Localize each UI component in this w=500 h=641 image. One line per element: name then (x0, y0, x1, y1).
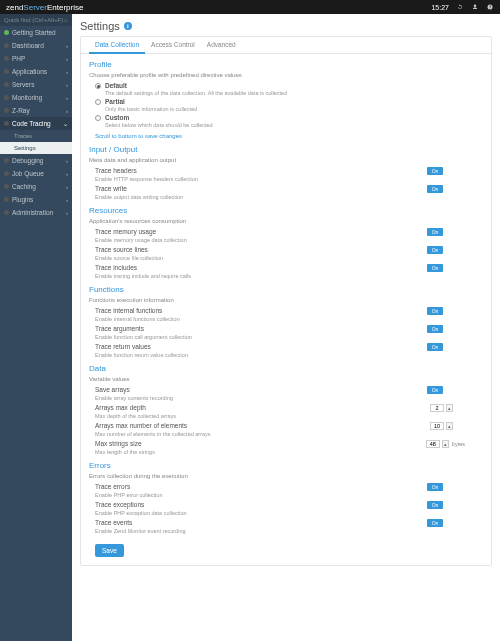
trace-return-desc: Enable function return value collection (95, 352, 483, 358)
trace-arguments-toggle[interactable]: On (427, 325, 443, 333)
trace-errors-label: Trace errors (95, 483, 427, 490)
trace-events-toggle[interactable]: On (427, 519, 443, 527)
arrays-max-input[interactable] (430, 422, 444, 430)
trace-includes-toggle[interactable]: On (427, 264, 443, 272)
save-arrays-toggle[interactable]: On (427, 386, 443, 394)
radio-custom[interactable] (95, 115, 101, 121)
tab-access-control[interactable]: Access Control (145, 37, 201, 53)
section-data-title: Data (89, 364, 483, 373)
section-resources-sub: Application's resources consumption (89, 218, 483, 224)
trace-headers-toggle[interactable]: On (427, 167, 443, 175)
info-icon[interactable]: i (124, 22, 132, 30)
trace-write-desc: Enable output data writing collection (95, 194, 483, 200)
zray-icon (4, 108, 9, 113)
trace-headers-label: Trace headers (95, 167, 427, 174)
sidebar-item-servers[interactable]: Servers› (0, 78, 72, 91)
user-icon[interactable] (470, 3, 479, 12)
scroll-to-save-link[interactable]: Scroll to bottom to save changes (95, 133, 182, 139)
arrays-depth-desc: Max depth of the collected arrays (95, 413, 483, 419)
sidebar-sub-traces[interactable]: Traces (0, 130, 72, 142)
tab-advanced[interactable]: Advanced (201, 37, 242, 53)
sidebar-item-applications[interactable]: Applications› (0, 65, 72, 78)
section-io-sub: Meta data and application output (89, 157, 483, 163)
search-icon: ⌕ (64, 17, 68, 23)
sidebar-item-php[interactable]: PHP› (0, 52, 72, 65)
chevron-right-icon: › (66, 56, 68, 62)
tabs: Data Collection Access Control Advanced (81, 37, 491, 54)
radio-custom-desc: Select below which data should be collec… (105, 122, 483, 128)
save-arrays-desc: Enable array contents recording (95, 395, 483, 401)
sidebar-item-code-tracing[interactable]: Code Tracing⌄ (0, 117, 72, 130)
radio-default-label: Default (105, 82, 127, 89)
trace-write-toggle[interactable]: On (427, 185, 443, 193)
arrays-max-stepper[interactable]: ▴ (446, 422, 453, 430)
save-arrays-label: Save arrays (95, 386, 427, 393)
sidebar-item-caching[interactable]: Caching› (0, 180, 72, 193)
sidebar-item-getting-started[interactable]: Getting Started (0, 26, 72, 39)
monitoring-icon (4, 95, 9, 100)
cache-icon (4, 184, 9, 189)
page-title: Settings i (80, 20, 492, 32)
arrays-depth-stepper[interactable]: ▴ (446, 404, 453, 412)
trace-memory-toggle[interactable]: On (427, 228, 443, 236)
radio-default-desc: The default settings of the data collect… (105, 90, 483, 96)
arrays-depth-label: Arrays max depth (95, 404, 430, 411)
chevron-right-icon: › (66, 210, 68, 216)
trace-events-desc: Enable Zend Monitor event recording (95, 528, 483, 534)
sidebar-item-plugins[interactable]: Plugins› (0, 193, 72, 206)
brand: zendServerEnterprise (6, 3, 83, 12)
max-strings-label: Max strings size (95, 440, 426, 447)
php-icon (4, 56, 9, 61)
trace-source-label: Trace source lines (95, 246, 427, 253)
trace-includes-desc: Enable tracing include and require calls (95, 273, 483, 279)
sidebar-item-administration[interactable]: Administration› (0, 206, 72, 219)
quick-find-input[interactable]: Quick find (Ctrl+Alt+F) ⌕ (0, 14, 72, 26)
trace-memory-desc: Enable memory usage data collection (95, 237, 483, 243)
clock-time: 15:27 (431, 4, 449, 11)
save-button[interactable]: Save (95, 544, 124, 557)
radio-custom-label: Custom (105, 114, 129, 121)
max-strings-input[interactable] (426, 440, 440, 448)
sidebar-sub-settings[interactable]: Settings (0, 142, 72, 154)
apps-icon (4, 69, 9, 74)
trace-source-toggle[interactable]: On (427, 246, 443, 254)
refresh-icon[interactable] (455, 3, 464, 12)
topbar: zendServerEnterprise 15:27 (0, 0, 500, 14)
max-strings-desc: Max length of the strings (95, 449, 483, 455)
trace-arguments-label: Trace arguments (95, 325, 427, 332)
trace-source-desc: Enable source file collection (95, 255, 483, 261)
trace-return-toggle[interactable]: On (427, 343, 443, 351)
arrays-depth-input[interactable] (430, 404, 444, 412)
max-strings-stepper[interactable]: ▴ (442, 440, 449, 448)
chevron-right-icon: › (66, 69, 68, 75)
trace-exceptions-label: Trace exceptions (95, 501, 427, 508)
sidebar-item-dashboard[interactable]: Dashboard› (0, 39, 72, 52)
chevron-right-icon: › (66, 95, 68, 101)
tab-data-collection[interactable]: Data Collection (89, 37, 145, 54)
help-icon[interactable] (485, 3, 494, 12)
section-io-title: Input / Output (89, 145, 483, 154)
admin-icon (4, 210, 9, 215)
trace-errors-toggle[interactable]: On (427, 483, 443, 491)
section-errors-sub: Errors collection during the execution (89, 473, 483, 479)
trace-headers-desc: Enable HTTP response headers collection (95, 176, 483, 182)
sidebar-item-zray[interactable]: Z-Ray› (0, 104, 72, 117)
chevron-right-icon: › (66, 171, 68, 177)
trace-events-label: Trace events (95, 519, 427, 526)
trace-internal-toggle[interactable]: On (427, 307, 443, 315)
main-content: Settings i Data Collection Access Contro… (72, 14, 500, 641)
chevron-right-icon: › (66, 184, 68, 190)
arrays-max-label: Arrays max number of elements (95, 422, 430, 429)
sidebar-item-debugging[interactable]: Debugging› (0, 154, 72, 167)
radio-default[interactable] (95, 83, 101, 89)
sidebar-item-monitoring[interactable]: Monitoring› (0, 91, 72, 104)
debug-icon (4, 158, 9, 163)
trace-errors-desc: Enable PHP error collection (95, 492, 483, 498)
trace-exceptions-toggle[interactable]: On (427, 501, 443, 509)
trace-arguments-desc: Enable function call argument collection (95, 334, 483, 340)
sidebar-item-job-queue[interactable]: Job Queue› (0, 167, 72, 180)
sidebar: Quick find (Ctrl+Alt+F) ⌕ Getting Starte… (0, 14, 72, 641)
radio-partial-label: Partial (105, 98, 125, 105)
chevron-down-icon: ⌄ (63, 120, 68, 127)
radio-partial[interactable] (95, 99, 101, 105)
